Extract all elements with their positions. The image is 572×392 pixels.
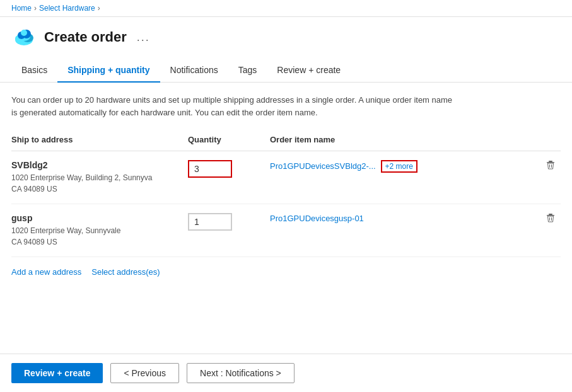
tab-review[interactable]: Review + create xyxy=(267,59,351,83)
tab-tags[interactable]: Tags xyxy=(228,59,267,83)
breadcrumb-sep1: › xyxy=(34,4,37,13)
tab-basics[interactable]: Basics xyxy=(11,59,57,83)
table-row: gusp 1020 Enterprise Way, Sunnyvale CA 9… xyxy=(11,204,561,257)
delete-button-1[interactable] xyxy=(540,160,561,173)
address-line1-2: 1020 Enterprise Way, Sunnyvale xyxy=(11,225,188,236)
cloud-icon xyxy=(11,25,37,50)
footer: Review + create < Previous Next : Notifi… xyxy=(0,354,572,392)
breadcrumb-select-hardware[interactable]: Select Hardware xyxy=(39,4,95,13)
quantity-input-1[interactable] xyxy=(188,160,232,178)
next-button[interactable]: Next : Notifications > xyxy=(187,363,295,383)
delete-button-2[interactable] xyxy=(540,213,561,226)
description-text: You can order up to 20 hardware units an… xyxy=(11,94,453,118)
select-addresses-link[interactable]: Select address(es) xyxy=(91,267,160,277)
address-name-2: gusp xyxy=(11,213,188,223)
address-line1-1: 1020 Enterprise Way, Building 2, Sunnyva xyxy=(11,172,188,183)
more-badge-1[interactable]: +2 more xyxy=(381,160,417,173)
previous-button[interactable]: < Previous xyxy=(110,363,179,383)
page-header: Create order ... xyxy=(0,17,572,50)
address-line2-2: CA 94089 US xyxy=(11,236,188,248)
address-name-1: SVBldg2 xyxy=(11,160,188,170)
add-new-address-link[interactable]: Add a new address xyxy=(11,267,81,277)
page-title: Create order xyxy=(44,29,127,45)
svg-rect-7 xyxy=(549,161,552,162)
order-item-name-2[interactable]: Pro1GPUDevicesgusp-01 xyxy=(270,214,364,223)
add-links: Add a new address Select address(es) xyxy=(11,267,561,277)
col-header-item-name: Order item name xyxy=(270,131,526,151)
svg-point-6 xyxy=(21,30,27,36)
breadcrumb-home[interactable]: Home xyxy=(11,4,32,13)
svg-rect-11 xyxy=(549,214,552,215)
col-header-address: Ship to address xyxy=(11,131,188,151)
top-bar: Home › Select Hardware › xyxy=(0,0,572,17)
quantity-input-2[interactable] xyxy=(188,213,232,231)
address-line2-1: CA 94089 US xyxy=(11,183,188,195)
breadcrumb-sep2: › xyxy=(98,4,100,13)
order-item-name-1[interactable]: Pro1GPUDevicesSVBldg2-... xyxy=(270,161,376,171)
breadcrumb: Home › Select Hardware › xyxy=(11,4,561,13)
ellipsis-button[interactable]: ... xyxy=(134,31,153,44)
main-content: You can order up to 20 hardware units an… xyxy=(0,83,572,328)
svg-rect-12 xyxy=(547,215,554,216)
tab-notifications[interactable]: Notifications xyxy=(160,59,228,83)
review-create-button[interactable]: Review + create xyxy=(11,363,103,383)
order-table: Ship to address Quantity Order item name… xyxy=(11,131,561,257)
col-header-quantity: Quantity xyxy=(188,131,270,151)
svg-rect-8 xyxy=(547,162,554,163)
tabs-bar: Basics Shipping + quantity Notifications… xyxy=(0,59,572,83)
tab-shipping[interactable]: Shipping + quantity xyxy=(57,59,160,83)
table-row: SVBldg2 1020 Enterprise Way, Building 2,… xyxy=(11,151,561,204)
